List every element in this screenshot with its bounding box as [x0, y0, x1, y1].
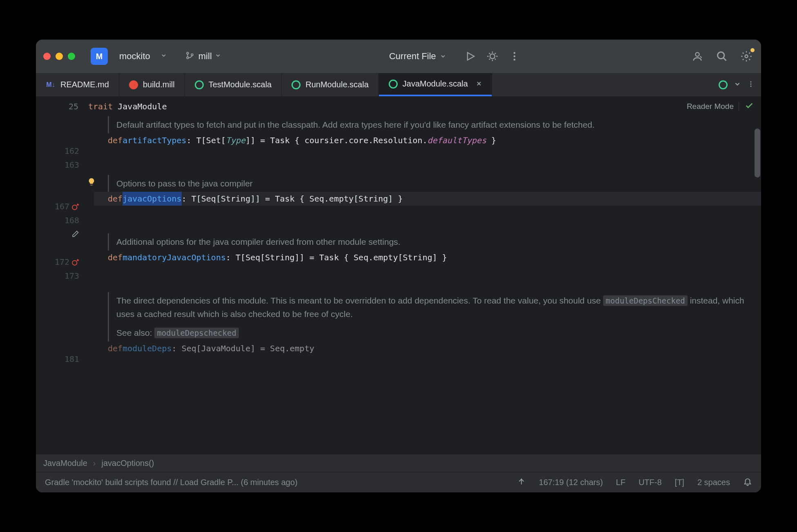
- tab-readme[interactable]: M↓ README.md: [36, 73, 119, 96]
- line-column-icon[interactable]: [517, 477, 526, 488]
- svg-point-2: [191, 53, 193, 55]
- search-icon[interactable]: [715, 49, 729, 64]
- scala-icon: [389, 80, 398, 89]
- line-number: 167: [36, 200, 89, 213]
- status-bar: Gradle 'mockito' build scripts found // …: [36, 472, 761, 492]
- code-editor[interactable]: 162 163 167 168 172 173: [36, 116, 761, 454]
- code-content[interactable]: Default artifact types to fetch and put …: [94, 116, 761, 366]
- tab-label: JavaModule.scala: [403, 79, 468, 89]
- notifications-icon[interactable]: [743, 477, 752, 488]
- editor-tabs: M↓ README.md build.mill TestModule.scala…: [36, 73, 761, 97]
- tabs-dropdown-icon[interactable]: [734, 81, 741, 89]
- editor-sticky-header: 25 trait JavaModule Reader Mode: [36, 97, 761, 116]
- selected-text: javacOptions: [122, 192, 182, 206]
- header-line-number: 25: [43, 102, 88, 111]
- svg-point-10: [750, 81, 752, 82]
- run-config-label: Current File: [389, 51, 436, 62]
- branch-name: mill: [198, 51, 212, 62]
- breadcrumb-bar: JavaModule › javacOptions(): [36, 454, 761, 472]
- override-marker-icon[interactable]: [72, 258, 79, 266]
- tab-javamodule[interactable]: JavaModule.scala: [379, 73, 492, 96]
- edit-icon[interactable]: [71, 230, 79, 238]
- project-name[interactable]: mockito: [119, 51, 150, 62]
- minimize-window-button[interactable]: [56, 53, 63, 60]
- problems-icon[interactable]: [745, 101, 754, 112]
- svg-point-8: [718, 52, 724, 59]
- file-encoding[interactable]: UTF-8: [639, 478, 662, 487]
- scala-icon: [195, 80, 204, 89]
- svg-point-12: [750, 85, 752, 86]
- svg-point-3: [490, 54, 495, 59]
- scala-icon[interactable]: [719, 80, 728, 89]
- titlebar: M mockito mill Current File: [36, 40, 761, 73]
- close-tab-icon[interactable]: [476, 79, 482, 89]
- svg-point-6: [514, 59, 516, 61]
- breadcrumb-item[interactable]: JavaModule: [43, 459, 87, 468]
- tab-testmodule[interactable]: TestModule.scala: [185, 73, 282, 96]
- line-number: 163: [36, 158, 89, 172]
- doc-comment: The direct dependencies of this module. …: [108, 292, 761, 341]
- project-badge[interactable]: M: [91, 48, 108, 65]
- svg-point-1: [187, 57, 189, 59]
- svg-point-7: [695, 53, 699, 56]
- svg-point-0: [187, 52, 189, 54]
- override-marker-icon[interactable]: [72, 203, 79, 210]
- tab-label: README.md: [60, 80, 109, 89]
- breadcrumb-separator: ›: [93, 459, 96, 468]
- line-separator[interactable]: LF: [616, 478, 626, 487]
- scala-icon: [292, 80, 301, 89]
- doc-comment: Default artifact types to fetch and put …: [108, 116, 761, 133]
- run-button[interactable]: [463, 49, 478, 64]
- tab-build-mill[interactable]: build.mill: [119, 73, 185, 96]
- settings-notification-dot: [750, 48, 755, 52]
- cursor-position[interactable]: 167:19 (12 chars): [539, 478, 603, 487]
- editorconfig-indicator[interactable]: [T]: [675, 478, 684, 487]
- svg-point-11: [750, 83, 752, 84]
- reader-mode-toggle[interactable]: Reader Mode: [687, 102, 739, 111]
- indent-setting[interactable]: 2 spaces: [697, 478, 730, 487]
- tab-label: build.mill: [143, 80, 175, 89]
- line-number: 173: [36, 269, 89, 283]
- svg-point-5: [514, 55, 516, 58]
- run-configuration[interactable]: Current File: [389, 51, 446, 62]
- tabs-more-icon[interactable]: [747, 80, 755, 89]
- doc-comment: Options to pass to the java compiler: [108, 175, 761, 192]
- debug-button[interactable]: [485, 49, 500, 64]
- svg-point-4: [514, 52, 516, 54]
- gutter: 162 163 167 168 172 173: [36, 116, 94, 366]
- current-line: def javacOptions: T[Seq[String]] = Task …: [94, 192, 761, 206]
- type-name: JavaModule: [118, 102, 167, 111]
- line-number: 181: [36, 352, 89, 366]
- svg-point-9: [745, 55, 748, 58]
- tab-runmodule[interactable]: RunModule.scala: [282, 73, 379, 96]
- mill-icon: [129, 80, 138, 89]
- intention-bulb-icon[interactable]: [87, 177, 95, 185]
- line-number: 162: [36, 144, 89, 158]
- markdown-icon: M↓: [46, 80, 56, 90]
- svg-point-13: [72, 205, 77, 210]
- vcs-branch[interactable]: mill: [185, 51, 221, 62]
- window-controls: [43, 53, 75, 60]
- keyword: trait: [88, 102, 113, 111]
- breadcrumb-item[interactable]: javacOptions(): [102, 459, 154, 468]
- maximize-window-button[interactable]: [68, 53, 75, 60]
- svg-point-14: [72, 261, 77, 265]
- project-dropdown-icon[interactable]: [161, 53, 167, 60]
- code-with-me-icon[interactable]: [690, 49, 705, 64]
- settings-icon[interactable]: [739, 49, 754, 64]
- branch-dropdown-icon: [215, 53, 221, 60]
- line-number: 172: [36, 255, 89, 269]
- close-window-button[interactable]: [43, 53, 51, 60]
- more-actions-button[interactable]: [507, 49, 522, 64]
- tab-label: TestModule.scala: [209, 80, 272, 89]
- tab-label: RunModule.scala: [305, 80, 369, 89]
- branch-icon: [185, 51, 194, 62]
- status-message[interactable]: Gradle 'mockito' build scripts found // …: [45, 478, 298, 487]
- doc-comment: Additional options for the java compiler…: [108, 233, 761, 250]
- line-number: 168: [36, 213, 89, 227]
- scrollbar[interactable]: [755, 129, 760, 177]
